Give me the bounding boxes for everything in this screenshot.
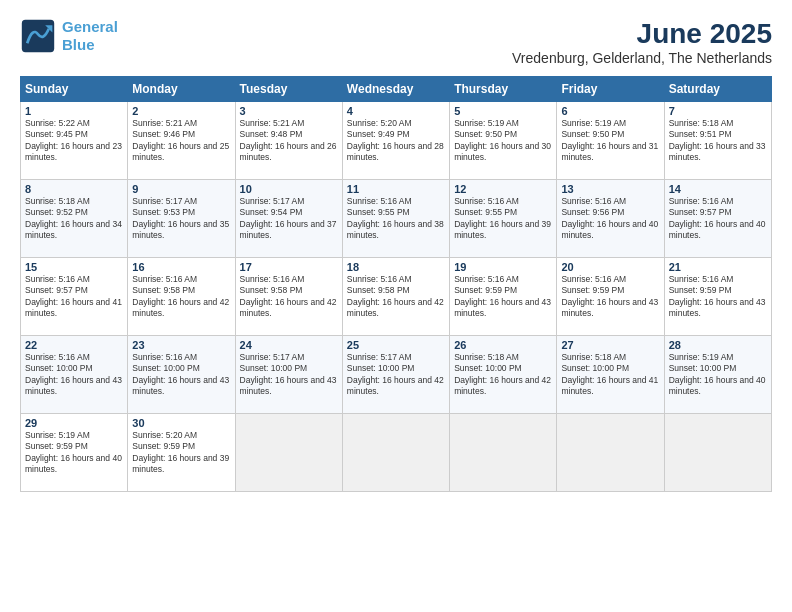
day-header-thursday: Thursday	[450, 77, 557, 102]
calendar-cell: 17Sunrise: 5:16 AMSunset: 9:58 PMDayligh…	[235, 258, 342, 336]
calendar-cell: 25Sunrise: 5:17 AMSunset: 10:00 PMDaylig…	[342, 336, 449, 414]
day-number: 2	[132, 105, 230, 117]
calendar-cell: 10Sunrise: 5:17 AMSunset: 9:54 PMDayligh…	[235, 180, 342, 258]
day-info: Sunrise: 5:16 AMSunset: 9:59 PMDaylight:…	[669, 274, 767, 320]
day-info: Sunrise: 5:21 AMSunset: 9:48 PMDaylight:…	[240, 118, 338, 164]
day-number: 12	[454, 183, 552, 195]
day-number: 30	[132, 417, 230, 429]
calendar-body: 1Sunrise: 5:22 AMSunset: 9:45 PMDaylight…	[21, 102, 772, 492]
day-number: 13	[561, 183, 659, 195]
day-header-wednesday: Wednesday	[342, 77, 449, 102]
calendar-cell: 6Sunrise: 5:19 AMSunset: 9:50 PMDaylight…	[557, 102, 664, 180]
calendar-cell: 14Sunrise: 5:16 AMSunset: 9:57 PMDayligh…	[664, 180, 771, 258]
month-title: June 2025	[512, 18, 772, 50]
calendar-cell: 24Sunrise: 5:17 AMSunset: 10:00 PMDaylig…	[235, 336, 342, 414]
calendar-cell	[450, 414, 557, 492]
day-number: 8	[25, 183, 123, 195]
day-number: 11	[347, 183, 445, 195]
calendar-cell: 16Sunrise: 5:16 AMSunset: 9:58 PMDayligh…	[128, 258, 235, 336]
calendar-cell: 18Sunrise: 5:16 AMSunset: 9:58 PMDayligh…	[342, 258, 449, 336]
day-info: Sunrise: 5:18 AMSunset: 10:00 PMDaylight…	[561, 352, 659, 398]
calendar-cell: 26Sunrise: 5:18 AMSunset: 10:00 PMDaylig…	[450, 336, 557, 414]
day-number: 28	[669, 339, 767, 351]
calendar-cell: 3Sunrise: 5:21 AMSunset: 9:48 PMDaylight…	[235, 102, 342, 180]
day-info: Sunrise: 5:16 AMSunset: 9:59 PMDaylight:…	[454, 274, 552, 320]
calendar-cell: 1Sunrise: 5:22 AMSunset: 9:45 PMDaylight…	[21, 102, 128, 180]
day-info: Sunrise: 5:18 AMSunset: 10:00 PMDaylight…	[454, 352, 552, 398]
day-number: 5	[454, 105, 552, 117]
day-number: 17	[240, 261, 338, 273]
calendar-cell: 28Sunrise: 5:19 AMSunset: 10:00 PMDaylig…	[664, 336, 771, 414]
day-info: Sunrise: 5:17 AMSunset: 10:00 PMDaylight…	[347, 352, 445, 398]
calendar-cell: 13Sunrise: 5:16 AMSunset: 9:56 PMDayligh…	[557, 180, 664, 258]
calendar-cell: 2Sunrise: 5:21 AMSunset: 9:46 PMDaylight…	[128, 102, 235, 180]
day-header-monday: Monday	[128, 77, 235, 102]
calendar-cell: 7Sunrise: 5:18 AMSunset: 9:51 PMDaylight…	[664, 102, 771, 180]
day-number: 9	[132, 183, 230, 195]
day-info: Sunrise: 5:19 AMSunset: 9:50 PMDaylight:…	[454, 118, 552, 164]
day-number: 25	[347, 339, 445, 351]
day-number: 15	[25, 261, 123, 273]
day-number: 23	[132, 339, 230, 351]
calendar-cell: 23Sunrise: 5:16 AMSunset: 10:00 PMDaylig…	[128, 336, 235, 414]
calendar-cell	[664, 414, 771, 492]
day-info: Sunrise: 5:22 AMSunset: 9:45 PMDaylight:…	[25, 118, 123, 164]
calendar-week-row: 29Sunrise: 5:19 AMSunset: 9:59 PMDayligh…	[21, 414, 772, 492]
day-number: 14	[669, 183, 767, 195]
day-number: 20	[561, 261, 659, 273]
calendar-cell: 12Sunrise: 5:16 AMSunset: 9:55 PMDayligh…	[450, 180, 557, 258]
day-info: Sunrise: 5:16 AMSunset: 10:00 PMDaylight…	[132, 352, 230, 398]
day-info: Sunrise: 5:16 AMSunset: 9:57 PMDaylight:…	[25, 274, 123, 320]
calendar-header-row: SundayMondayTuesdayWednesdayThursdayFrid…	[21, 77, 772, 102]
day-info: Sunrise: 5:16 AMSunset: 9:55 PMDaylight:…	[454, 196, 552, 242]
day-number: 7	[669, 105, 767, 117]
day-header-saturday: Saturday	[664, 77, 771, 102]
calendar-week-row: 22Sunrise: 5:16 AMSunset: 10:00 PMDaylig…	[21, 336, 772, 414]
calendar-week-row: 8Sunrise: 5:18 AMSunset: 9:52 PMDaylight…	[21, 180, 772, 258]
day-info: Sunrise: 5:16 AMSunset: 9:58 PMDaylight:…	[132, 274, 230, 320]
day-number: 26	[454, 339, 552, 351]
day-info: Sunrise: 5:19 AMSunset: 9:50 PMDaylight:…	[561, 118, 659, 164]
calendar-week-row: 15Sunrise: 5:16 AMSunset: 9:57 PMDayligh…	[21, 258, 772, 336]
calendar-cell: 20Sunrise: 5:16 AMSunset: 9:59 PMDayligh…	[557, 258, 664, 336]
day-number: 10	[240, 183, 338, 195]
day-info: Sunrise: 5:17 AMSunset: 9:54 PMDaylight:…	[240, 196, 338, 242]
day-header-friday: Friday	[557, 77, 664, 102]
day-info: Sunrise: 5:20 AMSunset: 9:59 PMDaylight:…	[132, 430, 230, 476]
day-info: Sunrise: 5:20 AMSunset: 9:49 PMDaylight:…	[347, 118, 445, 164]
title-block: June 2025 Vredenburg, Gelderland, The Ne…	[512, 18, 772, 66]
calendar-cell: 30Sunrise: 5:20 AMSunset: 9:59 PMDayligh…	[128, 414, 235, 492]
day-info: Sunrise: 5:16 AMSunset: 9:56 PMDaylight:…	[561, 196, 659, 242]
day-header-tuesday: Tuesday	[235, 77, 342, 102]
day-number: 29	[25, 417, 123, 429]
logo: General Blue	[20, 18, 118, 54]
day-info: Sunrise: 5:18 AMSunset: 9:51 PMDaylight:…	[669, 118, 767, 164]
calendar-cell: 8Sunrise: 5:18 AMSunset: 9:52 PMDaylight…	[21, 180, 128, 258]
day-info: Sunrise: 5:16 AMSunset: 9:57 PMDaylight:…	[669, 196, 767, 242]
calendar-cell	[557, 414, 664, 492]
day-number: 3	[240, 105, 338, 117]
day-number: 22	[25, 339, 123, 351]
calendar-cell: 5Sunrise: 5:19 AMSunset: 9:50 PMDaylight…	[450, 102, 557, 180]
day-info: Sunrise: 5:16 AMSunset: 9:58 PMDaylight:…	[240, 274, 338, 320]
calendar-cell: 21Sunrise: 5:16 AMSunset: 9:59 PMDayligh…	[664, 258, 771, 336]
day-header-sunday: Sunday	[21, 77, 128, 102]
calendar-cell: 11Sunrise: 5:16 AMSunset: 9:55 PMDayligh…	[342, 180, 449, 258]
day-info: Sunrise: 5:18 AMSunset: 9:52 PMDaylight:…	[25, 196, 123, 242]
day-info: Sunrise: 5:16 AMSunset: 10:00 PMDaylight…	[25, 352, 123, 398]
calendar-cell: 22Sunrise: 5:16 AMSunset: 10:00 PMDaylig…	[21, 336, 128, 414]
calendar-cell: 27Sunrise: 5:18 AMSunset: 10:00 PMDaylig…	[557, 336, 664, 414]
day-number: 21	[669, 261, 767, 273]
day-info: Sunrise: 5:17 AMSunset: 9:53 PMDaylight:…	[132, 196, 230, 242]
location-subtitle: Vredenburg, Gelderland, The Netherlands	[512, 50, 772, 66]
day-info: Sunrise: 5:16 AMSunset: 9:55 PMDaylight:…	[347, 196, 445, 242]
day-info: Sunrise: 5:19 AMSunset: 9:59 PMDaylight:…	[25, 430, 123, 476]
calendar-cell	[342, 414, 449, 492]
day-number: 16	[132, 261, 230, 273]
page-header: General Blue June 2025 Vredenburg, Gelde…	[20, 18, 772, 66]
calendar-cell: 15Sunrise: 5:16 AMSunset: 9:57 PMDayligh…	[21, 258, 128, 336]
day-info: Sunrise: 5:21 AMSunset: 9:46 PMDaylight:…	[132, 118, 230, 164]
day-info: Sunrise: 5:17 AMSunset: 10:00 PMDaylight…	[240, 352, 338, 398]
day-info: Sunrise: 5:16 AMSunset: 9:58 PMDaylight:…	[347, 274, 445, 320]
calendar-cell: 19Sunrise: 5:16 AMSunset: 9:59 PMDayligh…	[450, 258, 557, 336]
